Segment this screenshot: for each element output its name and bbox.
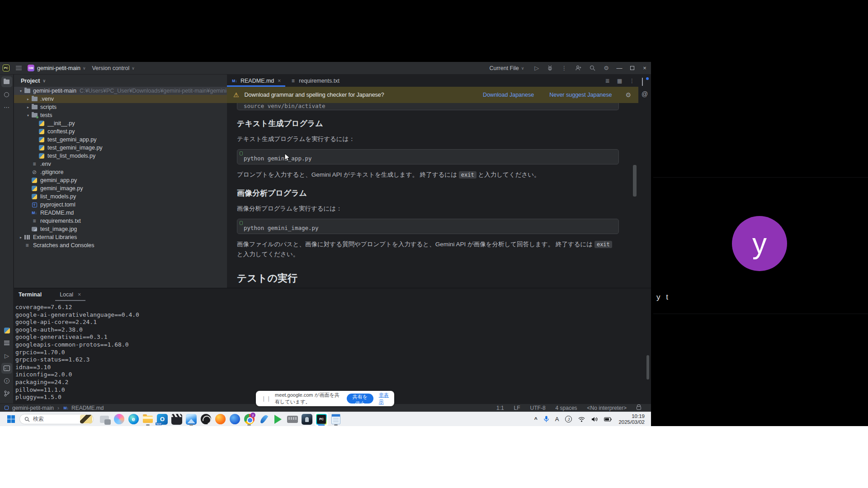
more-tools-icon[interactable]: ⋯ — [1, 102, 12, 113]
indent-style[interactable]: 4 spaces — [556, 405, 577, 411]
code-block-partial[interactable]: source venv/bin/activate — [237, 103, 619, 110]
taskbar-app-task-view[interactable] — [98, 413, 111, 426]
tree-item-test_image.jpg[interactable]: test_image.jpg — [14, 225, 227, 233]
more-options-icon[interactable]: ⋮ — [561, 65, 567, 71]
interpreter-selector[interactable]: <No interpreter> — [587, 405, 627, 411]
close-icon[interactable]: × — [78, 291, 81, 298]
caret-position[interactable]: 1:1 — [496, 405, 504, 411]
terminal-output[interactable]: coverage==7.6.12google-ai-generativelang… — [14, 301, 651, 401]
unlock-icon[interactable] — [637, 406, 641, 410]
version-control-menu[interactable]: Version control — [92, 65, 129, 71]
taskbar-app-notepad[interactable] — [329, 413, 343, 426]
markdown-paragraph[interactable]: 画像分析プログラムを実行するには： — [237, 204, 619, 213]
taskbar-app-photos[interactable] — [184, 413, 198, 426]
tree-item-.env[interactable]: ≡.env — [14, 160, 227, 168]
python-packages-icon[interactable] — [1, 338, 12, 348]
editor-scrollbar[interactable] — [633, 165, 637, 197]
project-name-menu[interactable]: gemini-petit-main — [37, 65, 80, 71]
taskbar-app-media-play-app[interactable] — [271, 413, 285, 426]
taskbar-app-outlook[interactable]: ONEW — [156, 413, 169, 426]
project-tool-icon[interactable] — [1, 76, 12, 87]
chevron-open-icon[interactable]: ▾ — [18, 89, 24, 93]
banner-settings-gear-icon[interactable]: ⚙ — [625, 91, 631, 99]
terminal-scrollbar[interactable] — [646, 355, 649, 380]
tree-item-.gitignore[interactable]: ⊘.gitignore — [14, 168, 227, 176]
tree-item-README.md[interactable]: M↓README.md — [14, 209, 227, 217]
taskbar-search-input[interactable]: 検索 — [19, 414, 94, 424]
taskbar-clock[interactable]: 10:19 2025/03/02 — [618, 413, 645, 425]
taskbar-app-obs-studio[interactable] — [199, 413, 212, 426]
taskbar-app-touch-keyboard[interactable] — [286, 413, 299, 426]
markdown-paragraph[interactable]: テキスト生成プログラムを実行するには： — [237, 134, 619, 144]
project-panel-header[interactable]: Project∨ — [14, 75, 227, 87]
debug-button[interactable] — [547, 65, 553, 71]
python-console-icon[interactable] — [1, 325, 12, 336]
tree-item-requirements.txt[interactable]: ≡requirements.txt — [14, 217, 227, 225]
chevron-closed-icon[interactable]: ▸ — [25, 105, 31, 109]
encoding[interactable]: UTF-8 — [530, 405, 546, 411]
chevron-closed-icon[interactable]: ▸ — [25, 97, 31, 101]
drag-handle-icon[interactable]: ❘❘ — [261, 395, 271, 402]
markdown-heading[interactable]: 画像分析プログラム — [237, 188, 619, 198]
tree-item-scripts[interactable]: ▸scripts — [14, 103, 227, 111]
main-menu-icon[interactable] — [16, 66, 22, 70]
wifi-icon[interactable] — [578, 417, 585, 422]
taskbar-app-quill-app[interactable] — [257, 413, 270, 426]
tree-item-ExternalLibraries[interactable]: ▸External Libraries — [14, 233, 227, 241]
download-japanese-link[interactable]: Download Japanese — [483, 92, 534, 98]
code-block[interactable]: python gemini_app.py — [237, 149, 619, 164]
tree-item-__init__.py[interactable]: __init__.py — [14, 119, 227, 127]
run-button[interactable]: ▷ — [534, 65, 539, 71]
tree-item-tests[interactable]: ▾tests — [14, 111, 227, 119]
chevron-closed-icon[interactable]: ▸ — [18, 235, 24, 239]
tab-README.md[interactable]: M↓README.md× — [227, 75, 285, 87]
services-icon[interactable]: ▷ — [1, 350, 12, 361]
volume-icon[interactable] — [591, 417, 598, 422]
tree-item-conftest.py[interactable]: conftest.py — [14, 127, 227, 136]
ime-language-icon[interactable]: J — [565, 416, 572, 422]
taskbar-app-file-explorer[interactable] — [141, 413, 155, 426]
start-button[interactable] — [7, 415, 15, 423]
ime-mode-icon[interactable]: A — [555, 416, 559, 422]
more-options-icon[interactable]: ⋮ — [629, 78, 635, 84]
taskbar-app-video-editor[interactable] — [170, 413, 184, 426]
commit-tool-icon[interactable] — [1, 89, 12, 100]
markdown-heading[interactable]: テストの実行 — [237, 272, 619, 285]
layout-grid-icon[interactable]: ▦ — [617, 78, 622, 84]
tree-item-.venv[interactable]: ▸.venv — [14, 95, 227, 103]
hide-popup-link[interactable]: 非表示 — [379, 392, 389, 405]
tree-item-ScratchesandConsoles[interactable]: ≡Scratches and Consoles — [14, 241, 227, 249]
microphone-icon[interactable] — [544, 416, 549, 422]
markdown-paragraph[interactable]: 画像ファイルのパスと、画像に対する質問やプロンプトを入力すると、Gemini A… — [237, 239, 619, 259]
split-list-icon[interactable]: ≣ — [605, 78, 610, 84]
chevron-open-icon[interactable]: ▾ — [25, 113, 31, 117]
tree-item-list_models.py[interactable]: list_models.py — [14, 192, 227, 201]
close-icon[interactable]: × — [278, 78, 281, 84]
settings-gear-icon[interactable]: ⚙ — [604, 65, 609, 71]
terminal-tool-icon[interactable]: >_ — [1, 363, 12, 374]
tree-item-gemini-petit-main[interactable]: ▾gemini-petit-mainC:¥Users¥PC_User¥Downl… — [14, 87, 227, 95]
tab-requirements.txt[interactable]: ≡requirements.txt — [285, 75, 344, 87]
terminal-panel-title[interactable]: Terminal — [19, 291, 42, 298]
add-user-icon[interactable] — [575, 65, 581, 71]
notifications-bell-icon[interactable] — [642, 78, 648, 84]
taskbar-app-browser[interactable] — [228, 413, 241, 426]
git-branch-icon[interactable] — [1, 388, 12, 399]
markdown-paragraph[interactable]: プロンプトを入力すると、Gemini API がテキストを生成します。 終了する… — [237, 170, 619, 180]
taskbar-app-kindle[interactable] — [300, 413, 314, 426]
maximize-button[interactable] — [626, 62, 638, 74]
code-block[interactable]: python gemini_image.py — [237, 219, 619, 234]
terminal-session-tab[interactable]: Local× — [58, 288, 83, 301]
taskbar-app-chrome[interactable]: y — [242, 413, 256, 426]
taskbar-app-edge-browser[interactable]: e — [127, 413, 140, 426]
tree-item-gemini_app.py[interactable]: gemini_app.py — [14, 176, 227, 184]
taskbar-app-pycharm[interactable]: PC — [315, 413, 328, 426]
line-ending[interactable]: LF — [514, 405, 520, 411]
never-suggest-japanese-link[interactable]: Never suggest Japanese — [549, 92, 612, 98]
breadcrumb[interactable]: gemini-petit-main › M↓ README.md — [5, 405, 104, 411]
project-color-chip[interactable]: GM — [28, 65, 34, 71]
tree-item-pyproject.toml[interactable]: Tpyproject.toml — [14, 201, 227, 209]
hidden-icons-chevron[interactable]: ^ — [534, 416, 538, 422]
markdown-heading[interactable]: テキスト生成プログラム — [237, 118, 619, 129]
taskbar-app-firefox[interactable] — [213, 413, 227, 426]
